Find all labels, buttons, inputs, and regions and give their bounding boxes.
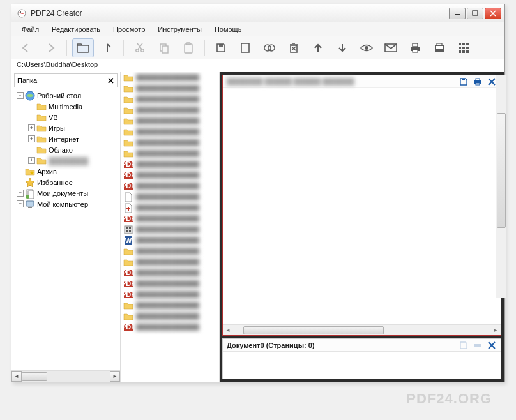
file-row[interactable]: ██████████████ (121, 137, 219, 148)
svg-rect-27 (413, 43, 418, 47)
menu-tools[interactable]: Инструменты (151, 24, 208, 35)
preview-vscroll[interactable] (496, 75, 506, 298)
tree-label: Мой компьютер (37, 200, 88, 208)
preview-close-icon[interactable] (487, 77, 497, 87)
maximize-button[interactable] (467, 8, 483, 19)
tree-node[interactable]: Избранное (13, 177, 119, 188)
up-button[interactable] (96, 38, 118, 57)
file-row[interactable]: ██████████████ (121, 126, 219, 137)
preview-print-icon[interactable] (473, 77, 483, 87)
open-folder-button[interactable] (72, 38, 94, 57)
scroll-left-icon[interactable]: ◄ (11, 371, 22, 382)
move-down-button[interactable] (331, 38, 353, 57)
file-row[interactable]: PDF██████████████ (121, 267, 219, 278)
file-row[interactable]: ██████████████ (121, 72, 219, 83)
menu-edit[interactable]: Редактировать (45, 24, 107, 35)
file-name: ██████████████ (136, 117, 199, 124)
preview-hthumb[interactable] (243, 326, 384, 334)
tree-hscroll[interactable]: ◄ ► (11, 370, 120, 382)
file-row[interactable]: PDF██████████████ (121, 181, 219, 191)
new-page-button[interactable] (234, 38, 256, 57)
tree-expander[interactable]: + (28, 157, 35, 164)
tree-expander[interactable]: - (17, 92, 24, 99)
tree-close-icon[interactable]: ✕ (107, 76, 114, 86)
folder-icon (123, 73, 133, 83)
file-row[interactable]: ██████████████ (121, 246, 219, 257)
tree-node[interactable]: Multimedia (13, 101, 119, 112)
folder-icon (123, 138, 133, 148)
folder-icon (36, 123, 47, 133)
menu-bar: Файл Редактировать Просмотр Инструменты … (11, 22, 504, 36)
file-row[interactable]: PDF██████████████ (121, 278, 219, 289)
close-button[interactable] (485, 8, 501, 19)
preview-vthumb[interactable] (497, 113, 506, 228)
menu-file[interactable]: Файл (15, 24, 45, 35)
tree-expander[interactable]: + (28, 135, 35, 142)
tree-expander[interactable]: + (28, 124, 35, 131)
file-name: ██████████████ (136, 302, 199, 309)
tree-node[interactable]: +Интернет (13, 133, 119, 144)
file-row[interactable]: ██████████████ (121, 148, 219, 159)
tree-node[interactable]: Облако (13, 144, 119, 155)
svg-rect-57 (125, 226, 132, 234)
file-row[interactable]: ██████████████ (121, 116, 219, 126)
file-row[interactable]: ██████████████ (121, 105, 219, 116)
grid-view-button[interactable] (453, 38, 474, 57)
preview-page[interactable] (223, 88, 501, 324)
tree-expander[interactable]: + (17, 190, 24, 197)
file-row[interactable]: PDF██████████████ (121, 322, 219, 333)
file-row[interactable]: ██████████████ (121, 224, 219, 235)
preview-save-icon[interactable] (459, 77, 469, 87)
svg-rect-35 (459, 47, 461, 49)
file-row[interactable]: W██████████████ (121, 235, 219, 246)
preview-hscroll[interactable]: ◄ ► (223, 324, 501, 335)
file-row[interactable]: ██████████████ (121, 311, 219, 322)
email-button[interactable] (380, 38, 402, 57)
folder-icon (123, 246, 133, 257)
file-list[interactable]: ████████████████████████████████████████… (121, 72, 219, 382)
scroll-right-icon[interactable]: ► (110, 371, 120, 382)
tree-node[interactable]: -Рабочий стол (13, 90, 119, 101)
tree-node[interactable]: +Игры (13, 123, 119, 133)
file-row[interactable]: PDF██████████████ (121, 213, 219, 224)
tree-expander[interactable]: + (17, 200, 24, 207)
file-row[interactable]: ██████████████ (121, 94, 219, 105)
doc-save-icon[interactable] (459, 340, 469, 350)
pdf-icon: PDF (123, 268, 133, 278)
tree-node[interactable]: Архив (13, 166, 119, 177)
menu-help[interactable]: Помощь (208, 24, 248, 35)
svg-rect-37 (466, 47, 469, 49)
empty-doc-body[interactable] (223, 352, 501, 379)
file-name: ██████████████ (136, 313, 199, 320)
doc-print-icon[interactable] (473, 340, 483, 350)
preview-button[interactable] (356, 38, 377, 57)
folder-icon (36, 156, 47, 166)
file-row[interactable]: ██████████████ (121, 83, 219, 94)
tree-node[interactable]: +Мои документы (13, 188, 119, 199)
tree-node[interactable]: +Мой компьютер (13, 199, 119, 209)
file-row[interactable]: ██████████████ (121, 191, 219, 202)
merge-button[interactable] (259, 38, 280, 57)
print-button[interactable] (404, 38, 426, 57)
file-row[interactable]: ██████████████ (121, 202, 219, 213)
file-row[interactable]: PDF██████████████ (121, 170, 219, 181)
delete-button[interactable] (283, 38, 305, 57)
file-row[interactable]: ██████████████ (121, 257, 219, 267)
folder-tree[interactable]: -Рабочий столMultimediaVB+Игры+ИнтернетО… (11, 89, 120, 370)
minimize-button[interactable] (449, 8, 466, 19)
save-button[interactable] (210, 38, 232, 57)
menu-view[interactable]: Просмотр (107, 24, 151, 35)
file-row[interactable]: PDF██████████████ (121, 289, 219, 300)
file-row[interactable]: PDF██████████████ (121, 159, 219, 170)
svg-rect-28 (413, 50, 418, 52)
file-name: ██████████████ (136, 237, 199, 244)
doc-close-icon[interactable] (487, 340, 497, 350)
documents-icon (25, 188, 35, 199)
move-up-button[interactable] (307, 38, 329, 57)
tree-node[interactable]: VB (13, 112, 119, 123)
scroll-thumb[interactable] (22, 372, 47, 381)
tree-node[interactable]: +████████ (13, 155, 119, 166)
file-row[interactable]: ██████████████ (121, 300, 219, 311)
folder-icon (123, 257, 133, 267)
fax-button[interactable] (429, 38, 450, 57)
